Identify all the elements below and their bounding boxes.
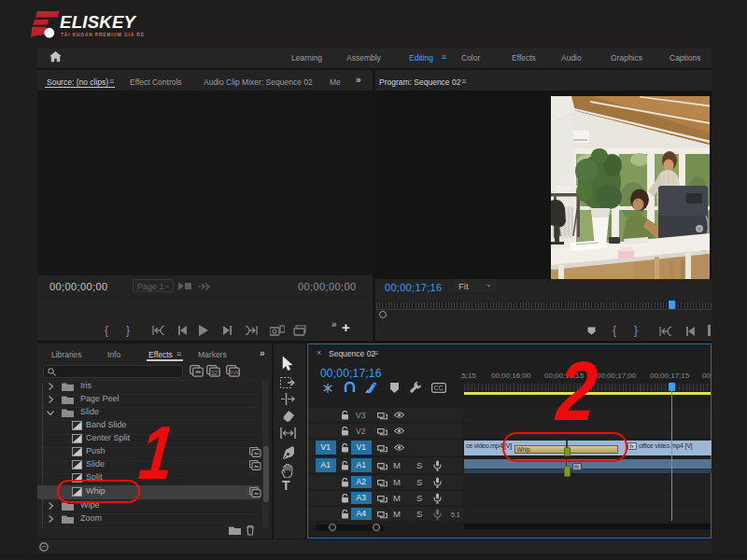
svg-text:YUV: YUV <box>230 371 239 375</box>
svg-text:32: 32 <box>211 370 218 376</box>
svg-text:CC: CC <box>434 385 444 391</box>
